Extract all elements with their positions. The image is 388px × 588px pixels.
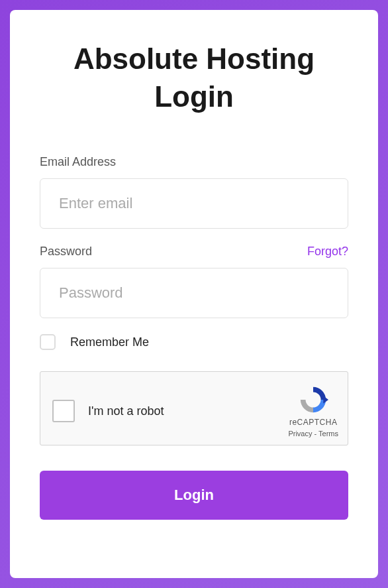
login-card: Absolute Hosting Login Email Address Pas… [10, 10, 378, 578]
recaptcha-terms-link[interactable]: Terms [318, 430, 338, 438]
email-field[interactable] [40, 178, 348, 229]
recaptcha-left: I'm not a robot [52, 400, 164, 422]
recaptcha-separator: - [312, 430, 318, 438]
svg-marker-0 [324, 396, 329, 404]
recaptcha-logo-icon [298, 384, 328, 415]
recaptcha-branding: reCAPTCHA Privacy - Terms [288, 384, 338, 438]
recaptcha-checkbox[interactable] [52, 400, 75, 422]
password-label-row: Password Forgot? [40, 245, 348, 259]
recaptcha-brand-text: reCAPTCHA [289, 418, 338, 427]
remember-me-checkbox[interactable] [40, 334, 56, 350]
email-label: Email Address [40, 155, 116, 169]
remember-me-label: Remember Me [70, 335, 149, 349]
email-label-row: Email Address [40, 155, 348, 169]
recaptcha-privacy-link[interactable]: Privacy [288, 430, 312, 438]
recaptcha-label: I'm not a robot [88, 404, 164, 418]
recaptcha-links: Privacy - Terms [288, 430, 338, 438]
password-field[interactable] [40, 268, 348, 318]
password-group: Password Forgot? [40, 245, 348, 318]
password-label: Password [40, 245, 92, 259]
remember-me-row: Remember Me [40, 334, 348, 350]
recaptcha-widget: I'm not a robot reCAPTCHA Privacy - Term… [40, 371, 348, 445]
email-group: Email Address [40, 155, 348, 229]
login-button[interactable]: Login [40, 471, 348, 520]
forgot-password-link[interactable]: Forgot? [307, 245, 348, 259]
page-title: Absolute Hosting Login [40, 40, 348, 115]
